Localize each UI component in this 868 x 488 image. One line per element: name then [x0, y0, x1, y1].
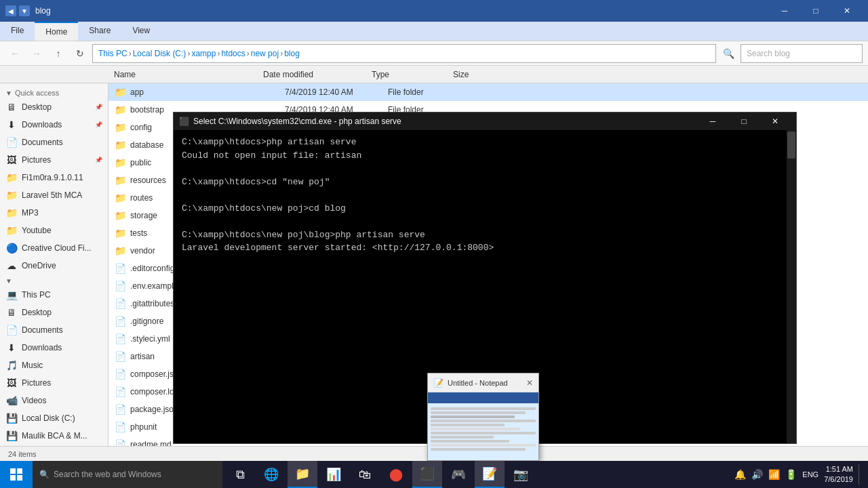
file-icon-vendor: 📁 [114, 245, 126, 257]
downloads-icon: ⬇ [5, 119, 18, 130]
mp3-icon: 📁 [5, 207, 18, 218]
chrome-icon[interactable]: ⬤ [381, 461, 411, 488]
address-crumb-new-poj[interactable]: new poj [251, 49, 279, 58]
address-crumb-htdocs[interactable]: htdocs [221, 49, 245, 58]
address-box[interactable]: This PC › Local Disk (C:) › xampp › htdo… [92, 44, 716, 63]
sidebar-item-downloads2[interactable]: ⬇Downloads [0, 339, 108, 357]
back-button[interactable]: ← [5, 44, 24, 63]
file-icon-app: 📁 [114, 86, 126, 98]
explorer-taskbar-icon[interactable]: 📁 [288, 461, 317, 488]
cmd-taskbar-icon[interactable]: ⬛ [412, 461, 442, 488]
cmd-minimize-button[interactable]: ─ [697, 113, 728, 130]
forward-button[interactable]: → [27, 44, 46, 63]
sidebar-item-downloads[interactable]: ⬇Downloads📌 [0, 116, 108, 134]
sidebar-item-desktop[interactable]: 🖥Desktop📌 [0, 98, 108, 116]
cmd-maximize-button[interactable]: □ [728, 113, 760, 130]
sidebar-item-laravel[interactable]: 📁Laravel 5th MCA [0, 186, 108, 204]
sidebar-item-fi1m0ra[interactable]: 📁Fi1m0ra.9.1.0.11 [0, 169, 108, 186]
col-size-header[interactable]: Size [448, 70, 502, 79]
taskbar-time[interactable]: 1:51 AM 7/6/2019 [824, 464, 853, 485]
taskbar-network-icon[interactable]: 📶 [768, 469, 780, 480]
col-name-header[interactable]: Name [108, 70, 258, 79]
pin-icon-downloads: 📌 [95, 121, 102, 128]
cmd-titlebar: ⬛ Select C:\Windows\system32\cmd.exe - p… [174, 113, 796, 130]
cmd-scroll-thumb[interactable] [787, 131, 795, 159]
col-type-header[interactable]: Type [366, 70, 448, 79]
address-separator: › [187, 49, 190, 58]
notepad-taskbar-icon[interactable]: 📝 [475, 461, 505, 488]
this-pc-icon: 💻 [5, 289, 18, 300]
cmd-scrollbar[interactable] [787, 130, 796, 443]
address-crumb-this-pc[interactable]: This PC [98, 49, 127, 58]
sidebar-item-documents2[interactable]: 📄Documents [0, 321, 108, 339]
cmd-controls: ─ □ ✕ [697, 113, 791, 130]
sidebar-item-desktop2[interactable]: 🖥Desktop [0, 304, 108, 321]
sidebar-item-documents[interactable]: 📄Documents [0, 134, 108, 151]
refresh-button[interactable]: ↻ [71, 44, 90, 63]
edge-icon[interactable]: 🌐 [256, 461, 286, 488]
sidebar-this-pc-section[interactable]: ▼ [0, 274, 108, 286]
sidebar-item-pictures[interactable]: 🖼Pictures📌 [0, 151, 108, 169]
taskbar-search[interactable]: 🔍 Search the web and Windows [33, 461, 222, 488]
sidebar-item-local-disk[interactable]: 💾Local Disk (C:) [0, 409, 108, 427]
unknown-icon-2[interactable]: 🎮 [443, 461, 473, 488]
ribbon-tab-home[interactable]: Home [35, 22, 78, 41]
maximize-button[interactable]: □ [800, 0, 831, 22]
taskbar-notification-icon: 🔔 [734, 469, 746, 480]
notepad-thumbnail[interactable] [428, 392, 538, 460]
ribbon-tab-share[interactable]: Share [78, 22, 121, 41]
ribbon-tab-file[interactable]: File [0, 22, 35, 41]
taskbar-app-icons: ⧉ 🌐 📁 📊 🛍 ⬤ ⬛ 🎮 📝 📷 [222, 461, 538, 488]
file-icon-phpunit: 📄 [114, 421, 126, 433]
file-icon-composer.json: 📄 [114, 368, 126, 380]
file-icon-public: 📁 [114, 157, 126, 169]
sidebar-item-music[interactable]: 🎵Music [0, 357, 108, 374]
address-search-icon: 🔍 [719, 44, 738, 63]
sidebar-item-label-music: Music [22, 361, 102, 370]
close-button[interactable]: ✕ [831, 0, 863, 22]
start-button[interactable] [0, 461, 33, 488]
windows-icon [10, 468, 22, 481]
address-crumb-xampp[interactable]: xampp [191, 49, 216, 58]
powerpoint-icon[interactable]: 📊 [319, 461, 349, 488]
address-separator: › [217, 49, 220, 58]
sidebar-item-mp3[interactable]: 📁MP3 [0, 204, 108, 222]
ribbon-tab-view[interactable]: View [121, 22, 161, 41]
sidebar-quick-access-section[interactable]: ▼Quick access [0, 86, 108, 98]
up-button[interactable]: ↑ [49, 44, 68, 63]
taskbar-keyboard-icon: ENG [802, 470, 818, 479]
notepad-preview-close-button[interactable]: ✕ [526, 378, 533, 388]
address-crumb-local-disk-(c:)[interactable]: Local Disk (C:) [133, 49, 186, 58]
videos-icon: 📹 [5, 395, 18, 406]
cmd-close-button[interactable]: ✕ [760, 113, 791, 130]
sidebar-item-videos[interactable]: 📹Videos [0, 392, 108, 409]
search-box[interactable]: Search blog [741, 44, 863, 63]
quick-access-arrow: ▼ [5, 89, 12, 97]
laravel-icon: 📁 [5, 190, 18, 201]
pictures2-icon: 🖼 [5, 378, 18, 388]
camera-icon[interactable]: 📷 [506, 461, 536, 488]
file-icon-storage: 📁 [114, 209, 126, 222]
unknown-icon-1[interactable]: 🛍 [350, 461, 380, 488]
notepad-preview: 📝 Untitled - Notepad ✕ [427, 373, 539, 461]
file-icon-tests: 📁 [114, 227, 126, 239]
sidebar-item-youtube[interactable]: 📁Youtube [0, 222, 108, 239]
back-quick-icon[interactable]: ◀ [5, 5, 16, 16]
file-icon-database: 📁 [114, 139, 126, 151]
search-placeholder: Search blog [747, 49, 790, 58]
taskbar-show-desktop[interactable] [859, 464, 863, 485]
taskbar-volume-icon[interactable]: 🔊 [751, 469, 763, 480]
minimize-button[interactable]: ─ [769, 0, 800, 22]
taskview-button[interactable]: ⧉ [225, 461, 255, 488]
properties-quick-icon[interactable]: ▼ [19, 5, 30, 16]
sidebar-item-creative-cloud[interactable]: 🔵Creative Cloud Fi... [0, 239, 108, 257]
sidebar-item-pictures2[interactable]: 🖼Pictures [0, 374, 108, 392]
file-row-app[interactable]: 📁 app 7/4/2019 12:40 AM File folder [108, 83, 868, 101]
sidebar-item-label-mp3: MP3 [22, 208, 102, 218]
svg-rect-1 [17, 468, 22, 474]
sidebar-item-onedrive[interactable]: ☁OneDrive [0, 257, 108, 274]
sidebar-item-this-pc[interactable]: 💻This PC [0, 286, 108, 304]
sidebar-item-maulik[interactable]: 💾Maulik BCA & M... [0, 427, 108, 445]
col-date-header[interactable]: Date modified [258, 70, 366, 79]
address-crumb-blog[interactable]: blog [284, 49, 300, 58]
